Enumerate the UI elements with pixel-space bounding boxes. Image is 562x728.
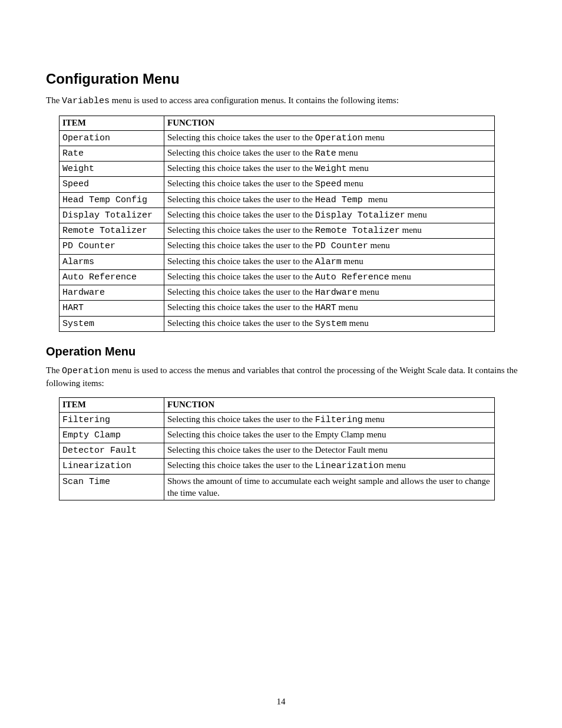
function-cell: Selecting this choice takes the user to … [164,207,495,223]
function-text: menu [336,148,358,157]
item-name: PD Counter [62,241,115,251]
function-text: Selecting this choice takes the user to … [167,414,315,424]
table-row: RateSelecting this choice takes the user… [59,146,495,161]
configuration-menu-table: ITEM FUNCTION OperationSelecting this ch… [59,116,495,332]
function-cell: Selecting this choice takes the user to … [164,239,495,254]
table-row: Auto ReferenceSelecting this choice take… [59,269,495,285]
function-text: Selecting this choice takes the user to … [167,133,315,142]
function-cell: Selecting this choice takes the user to … [164,269,495,285]
intro-text: The [46,365,62,375]
table-row: Empty ClampSelecting this choice takes t… [59,427,495,443]
function-cell: Selecting this choice takes the user to … [164,146,495,161]
function-cell: Selecting this choice takes the user to … [164,301,495,316]
intro-mono: Operation [62,366,110,376]
function-text: menu [384,460,406,470]
function-cell: Selecting this choice takes the user to … [164,130,495,146]
function-cell: Selecting this choice takes the user to … [164,162,495,177]
function-text: menu [400,225,422,235]
table-row: HARTSelecting this choice takes the user… [59,301,495,316]
item-cell: Speed [59,177,164,192]
function-cell: Selecting this choice takes the user to … [164,412,495,427]
function-text: Selecting this choice takes the user to … [167,210,315,219]
item-cell: Filtering [59,412,164,427]
function-cell: Selecting this choice takes the user to … [164,192,495,207]
item-name: Detector Fault [62,446,137,456]
function-text: menu [389,272,411,281]
item-name: Operation [62,133,110,143]
item-name: Linearization [62,461,131,471]
item-cell: Rate [59,146,164,161]
section-title-configuration-menu: Configuration Menu [46,71,521,87]
item-cell: Weight [59,162,164,177]
item-cell: Display Totalizer [59,207,164,223]
function-text: menu [347,318,369,328]
function-text: menu [342,256,363,266]
table-row: SpeedSelecting this choice takes the use… [59,177,495,192]
table-row: Detector FaultSelecting this choice take… [59,443,495,459]
function-text: Selecting this choice takes the user to … [167,179,315,188]
function-text: Selecting this choice takes the user to … [167,225,315,235]
col-header-item: ITEM [59,398,164,412]
item-cell: HART [59,301,164,316]
function-text: Selecting this choice takes the user to … [167,460,315,470]
function-text: Selecting this choice takes the user to … [167,148,315,157]
item-name: Alarms [62,257,94,267]
table-row: Remote TotalizerSelecting this choice ta… [59,223,495,239]
table-row: Head Temp ConfigSelecting this choice ta… [59,192,495,207]
function-mono: Operation [315,133,363,143]
table-row: AlarmsSelecting this choice takes the us… [59,254,495,269]
function-text: Selecting this choice takes the user to … [167,445,388,454]
item-cell: Empty Clamp [59,427,164,443]
function-text: Selecting this choice takes the user to … [167,430,386,439]
function-text: menu [347,163,369,173]
configuration-menu-intro: The Variables menu is used to access are… [46,94,521,107]
function-text: menu [363,133,385,142]
function-text: menu [358,287,379,297]
function-text: Selecting this choice takes the user to … [167,241,315,250]
item-name: Filtering [62,415,110,425]
table-row: OperationSelecting this choice takes the… [59,130,495,146]
item-cell: Hardware [59,285,164,301]
operation-menu-table: ITEM FUNCTION FilteringSelecting this ch… [59,397,495,500]
function-text: Selecting this choice takes the user to … [167,272,315,281]
function-cell: Selecting this choice takes the user to … [164,443,495,459]
table-header-row: ITEM FUNCTION [59,116,495,130]
function-text: menu [405,210,427,219]
function-text: Selecting this choice takes the user to … [167,318,315,328]
intro-text: menu is used to access area configuratio… [110,95,399,105]
function-text: Selecting this choice takes the user to … [167,302,315,312]
item-name: Empty Clamp [62,430,121,440]
table-row: PD CounterSelecting this choice takes th… [59,239,495,254]
intro-text: menu is used to access the menus and var… [46,365,518,388]
col-header-item: ITEM [59,116,164,130]
item-cell: PD Counter [59,239,164,254]
function-mono: Auto Reference [315,272,389,282]
item-cell: Alarms [59,254,164,269]
intro-text: The [46,95,62,105]
function-text: Selecting this choice takes the user to … [167,195,315,204]
table-row: WeightSelecting this choice takes the us… [59,162,495,177]
function-mono: Head Temp [315,195,368,205]
function-mono: Remote Totalizer [315,226,400,236]
function-text: menu [368,195,388,204]
table-row: LinearizationSelecting this choice takes… [59,459,495,474]
item-name: Speed [62,179,89,189]
function-text: menu [342,179,363,188]
function-mono: Linearization [315,461,384,471]
function-text: menu [336,302,358,312]
item-cell: Scan Time [59,474,164,500]
function-mono: Display Totalizer [315,210,405,220]
function-cell: Selecting this choice takes the user to … [164,459,495,474]
item-cell: Auto Reference [59,269,164,285]
table-row: Scan TimeShows the amount of time to acc… [59,474,495,500]
function-text: Selecting this choice takes the user to … [167,163,315,173]
item-name: Rate [62,149,84,159]
item-cell: Detector Fault [59,443,164,459]
function-mono: System [315,319,347,329]
function-cell: Selecting this choice takes the user to … [164,316,495,331]
function-cell: Selecting this choice takes the user to … [164,285,495,301]
col-header-function: FUNCTION [164,398,495,412]
table-header-row: ITEM FUNCTION [59,398,495,412]
col-header-function: FUNCTION [164,116,495,130]
table-row: FilteringSelecting this choice takes the… [59,412,495,427]
